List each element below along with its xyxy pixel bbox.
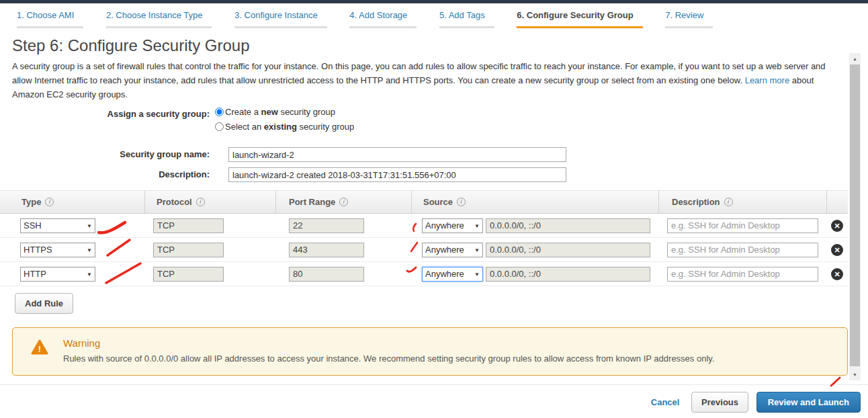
source-select-row2[interactable]: Anywhere xyxy=(422,243,483,257)
type-info-icon[interactable]: i xyxy=(45,198,54,206)
tab-configure-instance[interactable]: 3. Configure Instance xyxy=(234,10,327,28)
learn-more-link[interactable]: Learn more xyxy=(745,75,789,85)
source-info-icon[interactable]: i xyxy=(457,198,466,206)
assign-security-group-label: Assign a security group: xyxy=(0,107,210,119)
warning-text: Rules with source of 0.0.0.0/0 allow all… xyxy=(63,353,714,364)
tab-choose-instance-type[interactable]: 2. Choose Instance Type xyxy=(106,10,212,28)
security-group-form: Assign a security group: Create a new se… xyxy=(0,107,868,182)
source-cidr-field-row3 xyxy=(486,267,650,282)
description-label: Description: xyxy=(0,167,210,179)
rule-row-http: HTTP▼ Anywhere▼ ✕ xyxy=(0,262,848,286)
description-input[interactable] xyxy=(228,167,566,182)
security-group-name-label: Security group name: xyxy=(0,147,210,159)
protocol-field-row2 xyxy=(153,243,224,257)
security-group-name-input[interactable] xyxy=(228,147,566,162)
source-select-row1[interactable]: Anywhere xyxy=(422,218,483,233)
intro-paragraph: A security group is a set of firewall ru… xyxy=(12,59,845,101)
rules-table-header: Typei Protocoli Port Rangei Sourcei Desc… xyxy=(0,190,848,214)
wizard-step-tabs: 1. Choose AMI 2. Choose Instance Type 3.… xyxy=(0,3,868,28)
radio-create-new-input[interactable] xyxy=(215,108,224,116)
header-description: Description xyxy=(672,197,720,207)
source-select-row3[interactable]: Anywhere xyxy=(422,267,483,282)
header-source: Source xyxy=(423,197,453,207)
radio-select-existing-label: Select an existing security group xyxy=(225,122,354,132)
tab-choose-ami[interactable]: 1. Choose AMI xyxy=(17,10,83,28)
intro-text: A security group is a set of firewall ru… xyxy=(12,61,826,85)
svg-text:!: ! xyxy=(38,344,41,354)
page-title: Step 6: Configure Security Group xyxy=(12,36,868,55)
source-cidr-field-row1 xyxy=(486,218,650,233)
radio-create-new-label: Create a new security group xyxy=(225,107,335,117)
radio-select-existing-group[interactable]: Select an existing security group xyxy=(215,122,354,132)
security-rules-table: Typei Protocoli Port Rangei Sourcei Desc… xyxy=(0,190,848,286)
tab-configure-security-group[interactable]: 6. Configure Security Group xyxy=(517,10,642,28)
cancel-link[interactable]: Cancel xyxy=(651,397,680,407)
source-cidr-field-row2 xyxy=(486,243,650,257)
port-range-info-icon[interactable]: i xyxy=(339,198,348,206)
port-range-field-row3 xyxy=(289,267,364,282)
scroll-up-icon[interactable]: ▲ xyxy=(849,53,861,65)
header-port-range: Port Range xyxy=(289,197,335,207)
rule-description-input-row3[interactable] xyxy=(667,267,818,282)
type-select-row2[interactable]: HTTPS xyxy=(20,243,95,257)
protocol-info-icon[interactable]: i xyxy=(196,198,205,206)
rule-row-ssh: SSH▼ Anywhere▼ ✕ xyxy=(0,214,848,238)
delete-rule-icon[interactable]: ✕ xyxy=(831,244,843,256)
scrollbar-thumb[interactable] xyxy=(850,65,860,366)
warning-triangle-icon: ! xyxy=(31,339,48,375)
add-rule-button[interactable]: Add Rule xyxy=(15,293,73,314)
warning-banner: ! Warning Rules with source of 0.0.0.0/0… xyxy=(12,327,848,376)
delete-rule-icon[interactable]: ✕ xyxy=(831,220,843,232)
protocol-field-row3 xyxy=(153,267,224,282)
warning-title: Warning xyxy=(63,337,714,349)
header-type: Type xyxy=(21,197,41,207)
tab-add-tags[interactable]: 5. Add Tags xyxy=(439,10,494,28)
rule-row-https: HTTPS▼ Anywhere▼ ✕ xyxy=(0,238,848,262)
type-select-row3[interactable]: HTTP xyxy=(20,267,95,282)
radio-create-new-group[interactable]: Create a new security group xyxy=(215,107,354,117)
tab-add-storage[interactable]: 4. Add Storage xyxy=(349,10,417,28)
rule-description-input-row2[interactable] xyxy=(667,243,818,257)
delete-rule-icon[interactable]: ✕ xyxy=(831,268,843,280)
protocol-field-row1 xyxy=(153,218,224,233)
description-info-icon[interactable]: i xyxy=(724,198,733,206)
scroll-down-icon[interactable]: ▼ xyxy=(849,369,861,380)
port-range-field-row2 xyxy=(289,243,364,257)
review-and-launch-button[interactable]: Review and Launch xyxy=(756,392,861,413)
previous-button[interactable]: Previous xyxy=(691,392,748,413)
type-select-row1[interactable]: SSH xyxy=(20,218,95,233)
footer-action-bar: Cancel Previous Review and Launch xyxy=(0,385,868,413)
tab-review[interactable]: 7. Review xyxy=(665,10,713,28)
radio-select-existing-input[interactable] xyxy=(215,122,224,131)
vertical-scrollbar[interactable]: ▲ ▼ xyxy=(849,53,861,380)
port-range-field-row1 xyxy=(289,218,364,233)
header-protocol: Protocol xyxy=(157,197,192,207)
rule-description-input-row1[interactable] xyxy=(667,218,818,233)
